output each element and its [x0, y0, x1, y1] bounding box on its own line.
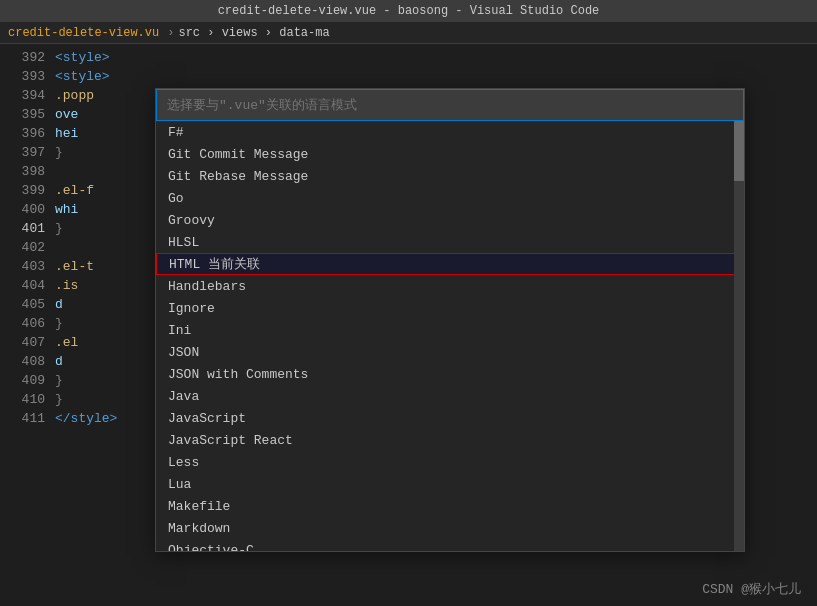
- breadcrumb-bar: credit-delete-view.vu › src › views › da…: [0, 22, 817, 44]
- line-number: 399: [0, 181, 45, 200]
- title-bar: credit-delete-view.vue - baosong - Visua…: [0, 0, 817, 22]
- dropdown-scrollbar[interactable]: [734, 121, 744, 551]
- line-number: 401: [0, 219, 45, 238]
- file-name: credit-delete-view.vu: [8, 26, 159, 40]
- dropdown-item[interactable]: Makefile: [156, 495, 744, 517]
- code-line: <style>: [55, 67, 807, 86]
- dropdown-item[interactable]: Ignore: [156, 297, 744, 319]
- dropdown-scrollbar-thumb[interactable]: [734, 121, 744, 181]
- dropdown-item[interactable]: Objective-C: [156, 539, 744, 551]
- line-number: 395: [0, 105, 45, 124]
- line-number: 410: [0, 390, 45, 409]
- dropdown-item[interactable]: Handlebars: [156, 275, 744, 297]
- line-numbers: 3923933943953963973983994004014024034044…: [0, 44, 55, 606]
- line-number: 411: [0, 409, 45, 428]
- dropdown-list: F#Git Commit MessageGit Rebase MessageGo…: [156, 121, 744, 551]
- line-number: 400: [0, 200, 45, 219]
- dropdown-item[interactable]: JavaScript: [156, 407, 744, 429]
- dropdown-search-input[interactable]: [167, 98, 733, 113]
- dropdown-item[interactable]: Git Commit Message: [156, 143, 744, 165]
- line-number: 407: [0, 333, 45, 352]
- watermark-text: CSDN @猴小七儿: [702, 582, 801, 597]
- dropdown-item[interactable]: JSON with Comments: [156, 363, 744, 385]
- dropdown-item[interactable]: JSON: [156, 341, 744, 363]
- dropdown-item[interactable]: Ini: [156, 319, 744, 341]
- line-number: 404: [0, 276, 45, 295]
- line-number: 403: [0, 257, 45, 276]
- breadcrumb-path: src › views › data-ma: [178, 26, 329, 40]
- editor-area: 3923933943953963973983994004014024034044…: [0, 44, 817, 606]
- dropdown-item[interactable]: Groovy: [156, 209, 744, 231]
- line-number: 397: [0, 143, 45, 162]
- dropdown-search-box[interactable]: [156, 89, 744, 121]
- language-picker-dropdown: F#Git Commit MessageGit Rebase MessageGo…: [155, 88, 745, 552]
- dropdown-item[interactable]: F#: [156, 121, 744, 143]
- line-number: 408: [0, 352, 45, 371]
- code-line: <style>: [55, 48, 807, 67]
- line-number: 398: [0, 162, 45, 181]
- line-number: 393: [0, 67, 45, 86]
- line-number: 406: [0, 314, 45, 333]
- title-text: credit-delete-view.vue - baosong - Visua…: [218, 4, 600, 18]
- dropdown-item[interactable]: Java: [156, 385, 744, 407]
- line-number: 394: [0, 86, 45, 105]
- line-number: 405: [0, 295, 45, 314]
- dropdown-item[interactable]: Git Rebase Message: [156, 165, 744, 187]
- watermark: CSDN @猴小七儿: [702, 580, 801, 598]
- line-number: 392: [0, 48, 45, 67]
- dropdown-item[interactable]: Lua: [156, 473, 744, 495]
- dropdown-item[interactable]: Markdown: [156, 517, 744, 539]
- line-number: 409: [0, 371, 45, 390]
- line-number: 402: [0, 238, 45, 257]
- line-number: 396: [0, 124, 45, 143]
- breadcrumb-chevron: ›: [167, 26, 174, 40]
- dropdown-item[interactable]: JavaScript React: [156, 429, 744, 451]
- dropdown-item[interactable]: HLSL: [156, 231, 744, 253]
- dropdown-item[interactable]: Less: [156, 451, 744, 473]
- dropdown-item[interactable]: HTML 当前关联: [156, 253, 744, 275]
- dropdown-item[interactable]: Go: [156, 187, 744, 209]
